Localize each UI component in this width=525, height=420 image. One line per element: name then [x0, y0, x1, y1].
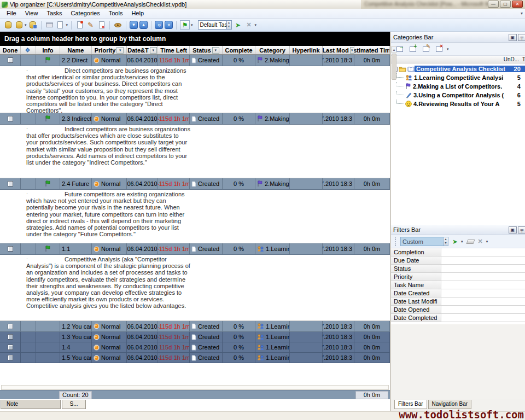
- categories-pin-icon[interactable]: ╤: [518, 34, 525, 41]
- task-row[interactable]: 1.4Normal06.04.2010-115d 1h 1mCreated0 %…: [0, 342, 390, 353]
- undone-column-header[interactable]: UnD...: [504, 56, 522, 62]
- filter-value-input[interactable]: [441, 306, 525, 313]
- new-subcategory-button[interactable]: [408, 45, 417, 53]
- categories-toolbar-chevron-icon[interactable]: ▾: [447, 47, 449, 51]
- category-item[interactable]: 4.Reviewing Results of Your A55: [391, 100, 525, 108]
- column-header-info[interactable]: Info: [36, 46, 60, 54]
- done-checkbox[interactable]: [8, 334, 13, 340]
- filter-preset-spinner[interactable]: ▴▾: [443, 237, 448, 246]
- task-row[interactable]: 2.4 FutureNormal06.04.2010-115d 1h 1mCre…: [0, 178, 390, 190]
- filter-value-input[interactable]: [441, 314, 525, 322]
- category-item[interactable]: −Competitive Analysis Checklist2020: [391, 65, 525, 73]
- tab-navigation-bar[interactable]: Navigation Bar: [428, 400, 472, 409]
- edit-category-button[interactable]: [421, 45, 430, 53]
- filter-value-input[interactable]: [441, 273, 525, 281]
- done-checkbox[interactable]: [8, 116, 13, 121]
- save-database-button[interactable]: [28, 20, 38, 30]
- delete-category-button[interactable]: [434, 45, 444, 53]
- category-item[interactable]: 3.Using a Competitor Analysis (66: [391, 91, 525, 100]
- done-checkbox[interactable]: [8, 345, 13, 350]
- print-preview-chevron-icon[interactable]: ▾: [66, 23, 68, 27]
- menu-item-tools[interactable]: Tools: [104, 10, 127, 16]
- menu-item-tasks[interactable]: Tasks: [42, 10, 66, 16]
- categories-float-button[interactable]: ▣: [509, 34, 517, 41]
- open-database-button[interactable]: [14, 20, 24, 30]
- move-to-top-button[interactable]: »: [165, 21, 173, 29]
- task-view-spinner[interactable]: ▴▾: [226, 21, 231, 29]
- horizontal-scrollbar[interactable]: [1, 385, 389, 390]
- column-header-name[interactable]: Name: [60, 46, 92, 54]
- open-database-chevron-icon[interactable]: ▾: [25, 23, 27, 27]
- group-by-bar[interactable]: Drag a column header here to group by th…: [0, 32, 390, 46]
- column-header-complete[interactable]: Complete: [223, 46, 255, 54]
- print-button[interactable]: [45, 20, 54, 30]
- clear-view-button[interactable]: ✕: [244, 20, 254, 30]
- flag-chevron-icon[interactable]: ▾: [191, 23, 193, 27]
- filter-value-input[interactable]: [441, 281, 525, 289]
- vertical-scrollbar[interactable]: ▲: [390, 32, 390, 411]
- filter-value-input[interactable]: [441, 256, 525, 264]
- category-item[interactable]: 1.Learning Competitive Analysi55: [391, 73, 525, 82]
- menu-item-help[interactable]: Help: [127, 10, 148, 16]
- task-row[interactable]: 1.1Normal06.04.2010-115d 1h 1mCreated0 %…: [0, 243, 390, 255]
- delete-filter-button[interactable]: ✕: [478, 238, 483, 245]
- column-header-last-mod[interactable]: Last Mod▼: [323, 46, 354, 54]
- filter-value-input[interactable]: [441, 265, 525, 272]
- edit-task-button[interactable]: ✎: [86, 20, 95, 30]
- move-down-button[interactable]: ▼: [130, 21, 138, 29]
- task-row[interactable]: 1.5 You canNormal06.04.2010-115d 1h 1mCr…: [0, 353, 390, 363]
- column-header-status[interactable]: Status▼: [190, 46, 223, 54]
- eye-icon[interactable]: [113, 20, 122, 30]
- move-to-bottom-button[interactable]: »: [155, 21, 163, 29]
- column-header-hyperlink[interactable]: Hyperlink: [290, 46, 323, 54]
- column-header-icon[interactable]: [21, 46, 36, 54]
- done-checkbox[interactable]: [8, 57, 13, 63]
- menu-overflow-chevron-icon[interactable]: ▾: [521, 11, 523, 16]
- filter-value-input[interactable]: [441, 289, 525, 297]
- print-preview-button[interactable]: [56, 20, 65, 30]
- category-item[interactable]: 2.Making a List of Competitors.44: [391, 82, 525, 91]
- done-checkbox[interactable]: [8, 355, 13, 360]
- delete-task-button[interactable]: [97, 20, 106, 30]
- column-header-priority[interactable]: Priority▼: [92, 46, 127, 54]
- move-up-button[interactable]: ▲: [139, 21, 148, 29]
- column-filter-chevron-icon[interactable]: ▼: [350, 47, 354, 54]
- filters-float-button[interactable]: ▣: [509, 226, 517, 234]
- column-header-done[interactable]: Done: [0, 46, 21, 54]
- menu-item-categories[interactable]: Categories: [67, 10, 104, 16]
- column-header-category[interactable]: Category: [255, 46, 290, 54]
- task-view-selector[interactable]: Default Task V ▴▾: [198, 20, 232, 30]
- minimize-button[interactable]: —: [488, 1, 499, 8]
- menu-item-file[interactable]: File: [2, 10, 21, 16]
- tab-subtasks[interactable]: S...: [62, 400, 86, 409]
- done-checkbox[interactable]: [8, 246, 13, 252]
- new-category-button[interactable]: [395, 45, 404, 53]
- scrollbar-thumb[interactable]: [392, 54, 396, 80]
- task-row[interactable]: 1.3 You canNormal06.04.2010-115d 1h 1mCr…: [0, 332, 390, 342]
- task-row[interactable]: 2.3 IndirectNormal06.04.2010-115d 1h 1mC…: [0, 113, 390, 125]
- apply-view-button[interactable]: ➤: [234, 20, 243, 30]
- filter-value-input[interactable]: [441, 248, 525, 256]
- filters-pin-icon[interactable]: ╤: [518, 226, 525, 234]
- task-row[interactable]: 1.2 You canNormal06.04.2010-115d 1h 1mCr…: [0, 321, 390, 332]
- new-task-button[interactable]: [75, 20, 84, 30]
- tab-filters-bar[interactable]: Filters Bar: [394, 400, 427, 409]
- column-header-time-left[interactable]: Time Left: [158, 46, 190, 54]
- column-filter-chevron-icon[interactable]: ▼: [116, 47, 124, 54]
- apply-filter-chevron-icon[interactable]: ▾: [461, 240, 463, 244]
- done-checkbox[interactable]: [8, 324, 13, 329]
- total-column-header[interactable]: T...: [522, 56, 525, 62]
- menu-item-view[interactable]: View: [21, 10, 43, 16]
- column-header-date-t[interactable]: Date&T▼: [127, 46, 158, 54]
- done-checkbox[interactable]: [8, 181, 13, 186]
- filter-value-input[interactable]: [441, 298, 525, 305]
- filters-toolbar-chevron-icon[interactable]: ▾: [486, 240, 488, 244]
- task-row[interactable]: 2.2 DirectNormal06.04.2010-115d 1h 1mCre…: [0, 55, 390, 66]
- column-filter-chevron-icon[interactable]: ▼: [150, 47, 157, 54]
- toolbar-overflow-chevron-icon[interactable]: ▾: [255, 23, 257, 27]
- column-header-stimated-tim[interactable]: stimated Tim: [354, 46, 390, 54]
- new-database-button[interactable]: [3, 20, 13, 30]
- maximize-button[interactable]: ▢: [500, 1, 511, 8]
- apply-filter-button[interactable]: ➤: [452, 238, 458, 246]
- flag-button[interactable]: ⚑: [180, 20, 190, 30]
